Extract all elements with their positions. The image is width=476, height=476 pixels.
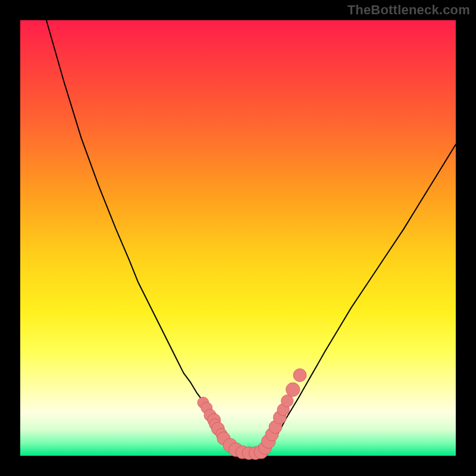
- marker-group: [198, 369, 306, 460]
- bottleneck-curve: [46, 20, 456, 455]
- data-marker: [281, 395, 293, 408]
- chart-frame: TheBottleneck.com: [0, 0, 476, 476]
- watermark-text: TheBottleneck.com: [347, 2, 470, 18]
- data-marker: [286, 383, 300, 396]
- data-marker: [293, 369, 306, 382]
- curve-group: [46, 20, 456, 455]
- plot-area: [20, 20, 456, 456]
- chart-svg: [20, 20, 456, 456]
